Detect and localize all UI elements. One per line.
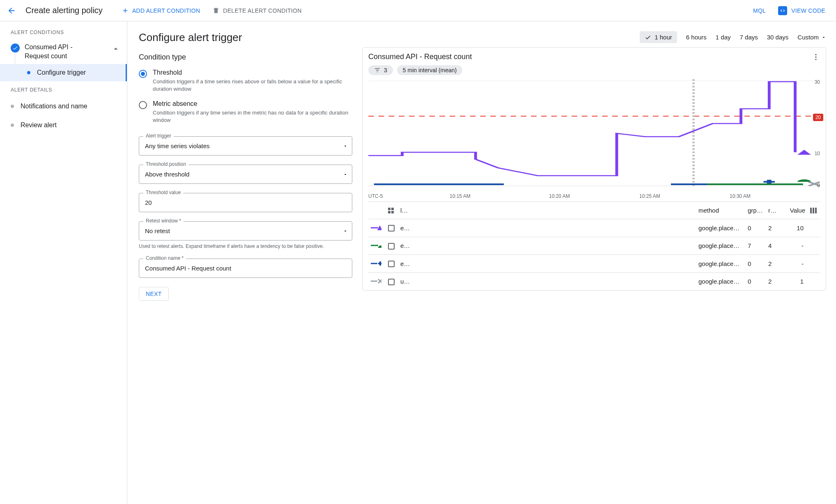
condition-title-line1: Consumed API -	[25, 43, 73, 52]
range-30days[interactable]: 30 days	[767, 34, 789, 41]
x-tick-3: 10:25 AM	[639, 193, 730, 199]
sidebar-condition-item[interactable]: Consumed API - Request count	[0, 39, 127, 64]
row-checkbox[interactable]	[388, 279, 395, 285]
columns-icon[interactable]	[810, 208, 818, 213]
col-r[interactable]: r…	[766, 202, 779, 219]
x-tick-1: 10:15 AM	[450, 193, 549, 199]
filter-icon	[374, 67, 381, 73]
sidebar-substep-configure-trigger[interactable]: Configure trigger	[0, 64, 127, 81]
cell-value: -	[779, 255, 808, 273]
sidebar-item-notifications[interactable]: Notifications and name	[0, 97, 127, 116]
retest-window-select[interactable]: Retest window * No retest	[139, 221, 352, 241]
sidebar-item-review[interactable]: Review alert	[0, 116, 127, 135]
radio-icon	[139, 101, 147, 109]
chart-svg	[368, 79, 820, 190]
review-label: Review alert	[21, 121, 57, 129]
series-mark-icon	[371, 261, 381, 268]
chevron-down-icon	[343, 144, 348, 149]
radio-threshold[interactable]: Threshold Condition triggers if a time s…	[139, 65, 352, 96]
table-row[interactable]: u…google.place…021	[368, 273, 820, 290]
cell-l: e…	[398, 237, 696, 255]
trash-icon	[212, 7, 220, 14]
interval-chip[interactable]: 5 min interval (mean)	[397, 65, 463, 75]
range-1hour-label: 1 hour	[655, 34, 672, 41]
threshold-position-value: Above threshold	[139, 165, 352, 183]
range-1day[interactable]: 1 day	[716, 34, 731, 41]
table-row[interactable]: e…google.place…02-	[368, 255, 820, 273]
cell-method: google.place…	[696, 219, 745, 237]
cell-method: google.place…	[696, 237, 745, 255]
col-l[interactable]: l…	[398, 202, 696, 219]
substep-label: Configure trigger	[37, 69, 86, 76]
y-tick-10: 10	[815, 151, 820, 156]
radio-absence-title: Metric absence	[153, 100, 352, 108]
cell-grp: 7	[745, 237, 766, 255]
cell-value: 10	[779, 219, 808, 237]
grid-icon[interactable]	[388, 208, 395, 213]
add-condition-button[interactable]: ADD ALERT CONDITION	[118, 5, 203, 17]
retest-helper: Used to retest alerts. Expand timeframe …	[139, 243, 352, 250]
range-1hour[interactable]: 1 hour	[640, 31, 677, 43]
kebab-icon[interactable]	[812, 53, 820, 61]
range-7days[interactable]: 7 days	[740, 34, 758, 41]
cell-grp: 0	[745, 255, 766, 273]
table-row[interactable]: e…google.place…0210	[368, 219, 820, 237]
chevron-down-icon	[343, 172, 348, 177]
chevron-down-icon	[343, 229, 348, 234]
add-condition-label: ADD ALERT CONDITION	[132, 7, 200, 14]
cell-value: -	[779, 237, 808, 255]
cell-r: 2	[766, 219, 779, 237]
x-tz: UTC-5	[368, 193, 450, 199]
check-icon	[645, 34, 651, 41]
cell-value: 1	[779, 273, 808, 290]
alert-trigger-select[interactable]: Alert trigger Any time series violates	[139, 136, 352, 156]
condition-name-input[interactable]: Condition name * Consumed API - Request …	[139, 259, 352, 278]
time-range-row: 1 hour 6 hours 1 day 7 days 30 days Cust…	[362, 31, 826, 43]
threshold-value-input[interactable]: Threshold value 20	[139, 193, 352, 212]
condition-type-label: Condition type	[139, 53, 352, 62]
table-row[interactable]: e…google.place…74-	[368, 237, 820, 255]
interval-chip-label: 5 min interval (mean)	[403, 67, 457, 73]
col-value[interactable]: Value	[779, 202, 808, 219]
mql-button[interactable]: MQL	[750, 5, 769, 16]
radio-threshold-title: Threshold	[153, 69, 352, 76]
cell-l: e…	[398, 219, 696, 237]
cell-grp: 0	[745, 273, 766, 290]
row-checkbox[interactable]	[388, 225, 395, 231]
threshold-position-select[interactable]: Threshold position Above threshold	[139, 165, 352, 184]
chevron-down-icon	[821, 35, 826, 40]
chart-title: Consumed API - Request count	[368, 53, 472, 61]
filter-count: 3	[384, 67, 387, 73]
filter-chip[interactable]: 3	[368, 65, 393, 75]
row-checkbox[interactable]	[388, 261, 395, 267]
mql-label: MQL	[753, 7, 766, 14]
radio-threshold-desc: Condition triggers if a time series rise…	[153, 78, 352, 93]
retest-label: Retest window *	[143, 218, 184, 224]
col-method[interactable]: method	[696, 202, 745, 219]
code-icon	[778, 6, 787, 15]
series-table: l… method grp… r… Value e…google.place…0…	[368, 202, 820, 290]
svg-point-1	[815, 56, 816, 57]
check-icon	[12, 45, 18, 51]
condition-name-label: Condition name *	[143, 255, 186, 261]
back-button[interactable]	[3, 2, 20, 19]
threshold-position-label: Threshold position	[143, 161, 188, 167]
delete-condition-label: DELETE ALERT CONDITION	[223, 7, 301, 14]
range-custom-label: Custom	[797, 34, 819, 41]
radio-metric-absence[interactable]: Metric absence Condition triggers if any…	[139, 96, 352, 127]
series-mark-icon	[371, 278, 381, 285]
retest-value: No retest	[139, 222, 352, 240]
next-button[interactable]: NEXT	[139, 287, 169, 301]
view-code-button[interactable]: VIEW CODE	[775, 4, 829, 18]
svg-marker-7	[797, 150, 811, 155]
sidebar: ALERT CONDITIONS Consumed API - Request …	[0, 21, 127, 504]
preview-column: 1 hour 6 hours 1 day 7 days 30 days Cust…	[362, 31, 826, 494]
series-mark-icon	[371, 225, 381, 232]
row-checkbox[interactable]	[388, 243, 395, 250]
range-custom[interactable]: Custom	[797, 34, 826, 41]
delete-condition-button[interactable]: DELETE ALERT CONDITION	[209, 5, 305, 17]
condition-title-line2: Request count	[25, 52, 73, 61]
range-6hours[interactable]: 6 hours	[686, 34, 707, 41]
col-grp[interactable]: grp…	[745, 202, 766, 219]
check-badge	[11, 44, 20, 53]
